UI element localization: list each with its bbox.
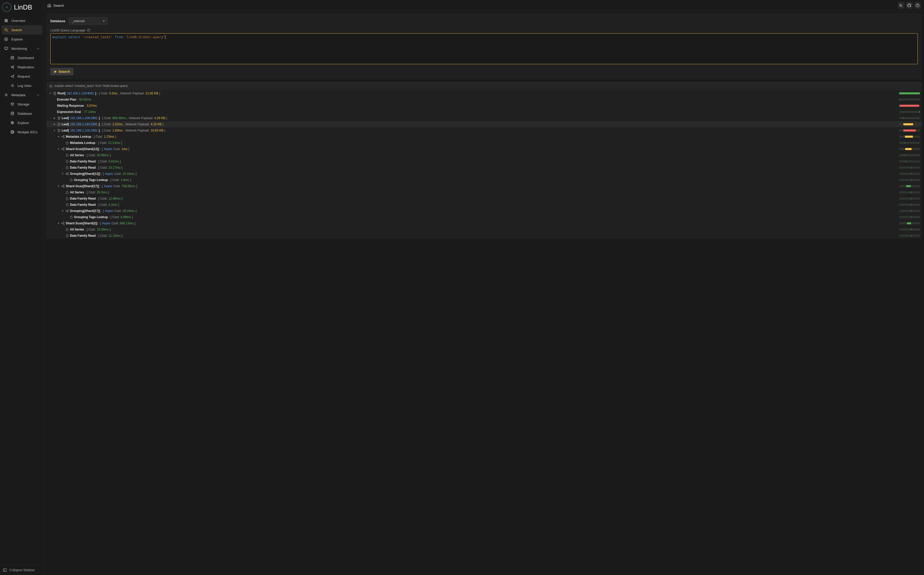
tree-collapse-icon[interactable]: ▼: [53, 128, 56, 133]
svg-point-51: [64, 149, 65, 151]
tree-row[interactable]: All Series: [ Cost: 15.09mu ]: [46, 226, 922, 233]
tree-row[interactable]: Data Family Read: [ Cost: 12.99mu ]: [46, 195, 922, 202]
sidebar-item-monitoring[interactable]: Monitoring: [2, 44, 42, 53]
tree-row[interactable]: Metadata Lookup: [ Cost: 21.13mu ]: [46, 140, 922, 146]
timing-bar: [899, 142, 920, 144]
timing-bar: [899, 117, 920, 119]
tree-collapse-icon[interactable]: ▼: [61, 208, 64, 213]
tree-row[interactable]: ▼Grouping[Shard(17)]: [ Async Cost: 28.2…: [46, 208, 922, 214]
svg-rect-3: [5, 21, 6, 22]
sidebar-item-explore[interactable]: Explore: [2, 35, 42, 44]
search-button-label: Search: [59, 70, 70, 73]
collapse-sidebar-button[interactable]: Collapse Sidebar: [0, 565, 44, 575]
sidebar-item-explore[interactable]: Explore: [2, 118, 42, 127]
tree-row[interactable]: Data Family Read: [ Cost: 4.1mu ]: [46, 202, 922, 208]
sidebar-item-request[interactable]: Request: [2, 71, 42, 81]
tree-row[interactable]: ▼Shard Scan[Shard(2)]: [ Async Cost: 646…: [46, 220, 922, 226]
collapse-icon: [3, 568, 7, 572]
sidebar-item-dashboard[interactable]: Dashboard: [2, 53, 42, 62]
svg-point-16: [13, 68, 14, 68]
tree-collapse-icon[interactable]: ▼: [49, 91, 52, 96]
timing-bar: [899, 123, 920, 125]
tree-row[interactable]: Expression Eval: 77.14mu: [46, 109, 922, 115]
timing-bar: [899, 136, 920, 138]
tree-row[interactable]: Grouping Tags Lookup: [ Cost: 6.69mu ]: [46, 214, 922, 220]
svg-point-5: [5, 29, 7, 31]
query-editor[interactable]: explain select 'created_tasks' from 'lin…: [50, 33, 918, 64]
home-icon[interactable]: [47, 3, 51, 8]
sidebar-item-label: Explore: [17, 121, 29, 125]
svg-line-17: [12, 66, 13, 67]
help-icon[interactable]: [87, 29, 90, 32]
sidebar-item-multiple-idcs[interactable]: Multiple IDCs: [2, 127, 42, 137]
brand-text: LinDB: [14, 3, 32, 11]
tree-row[interactable]: Execute Plan : 50.92mu: [46, 97, 922, 103]
tree-collapse-icon[interactable]: ▼: [61, 171, 64, 176]
tree-expand-icon[interactable]: ▶: [53, 116, 56, 121]
tree-row[interactable]: Data Family Read: [ Cost: 10.27mu ]: [46, 165, 922, 171]
tree-row[interactable]: ▼Root[192.168.1.218:9001]: [ Cost: 3.2ms…: [46, 90, 922, 97]
tree-row[interactable]: ▼Shard Scan[Shard(12)]: [ Async Cost: 1m…: [46, 146, 922, 152]
tree-expand-icon[interactable]: ▶: [53, 122, 56, 127]
svg-line-52: [62, 148, 64, 149]
svg-line-96: [62, 222, 64, 223]
tree-collapse-icon[interactable]: ▼: [57, 134, 60, 139]
monitor-icon: [4, 46, 8, 51]
sidebar-item-label: Multiple IDCs: [17, 130, 37, 134]
search-button[interactable]: Search: [50, 68, 73, 75]
sidebar-item-storage[interactable]: Storage: [2, 100, 42, 109]
svg-point-41: [62, 136, 63, 137]
tree-row[interactable]: Data Family Read: [ Cost: 5.81mu ]: [46, 158, 922, 165]
share-icon: [10, 65, 14, 69]
tree-row[interactable]: ▼Shard Scan[Shard(17)]: [ Async Cost: 70…: [46, 183, 922, 189]
tree-row[interactable]: Data Family Read: [ Cost: 11.15mu ]: [46, 233, 922, 239]
timing-bar: [899, 179, 920, 181]
svg-point-86: [68, 210, 68, 211]
svg-point-94: [64, 222, 65, 223]
help-button[interactable]: [914, 2, 921, 9]
tree-row[interactable]: All Series: [ Cost: 30.98mu ]: [46, 152, 922, 158]
target-icon: [10, 121, 14, 125]
tree-row[interactable]: ▼Grouping[Shard(12)]: [ Async Cost: 15.1…: [46, 171, 922, 177]
timing-bar: [899, 111, 920, 113]
timing-bar: [899, 197, 920, 200]
svg-line-75: [62, 186, 64, 187]
tree-row[interactable]: ▶Leaf[192.168.1.144:2891]: [ Cost: 1.52m…: [46, 121, 922, 127]
tree-row[interactable]: ▶Leaf[192.168.1.108:2891]: [ Cost: 669.4…: [46, 115, 922, 121]
svg-point-39: [58, 123, 60, 124]
tree-collapse-icon[interactable]: ▼: [57, 221, 60, 226]
sidebar-item-metadata[interactable]: Metadata: [2, 90, 42, 100]
timing-bar: [899, 185, 920, 187]
timing-bar: [899, 191, 920, 194]
tree-row[interactable]: ▼Metadata Lookup: [ Cost: 1.23ms ]: [46, 133, 922, 140]
database-select[interactable]: _internal: [69, 17, 108, 25]
sidebar-item-search[interactable]: Search: [2, 25, 42, 35]
db-icon: [57, 129, 60, 132]
svg-rect-33: [3, 569, 6, 572]
tree-collapse-icon[interactable]: ▼: [57, 184, 60, 189]
svg-point-85: [66, 210, 67, 211]
compass-icon: [4, 37, 8, 41]
tree-row[interactable]: Waiting Response: 3.07ms: [46, 103, 922, 109]
tree-collapse-icon[interactable]: ▼: [57, 146, 60, 152]
timing-bar: [899, 167, 920, 168]
chart-icon: [50, 84, 53, 87]
tree-row[interactable]: ▼Leaf[192.168.1.218:2891]: [ Cost: 1.93m…: [46, 127, 922, 133]
chevron-down-icon: [37, 47, 40, 50]
sidebar-item-database[interactable]: Database: [2, 109, 42, 118]
svg-line-89: [67, 211, 68, 212]
github-button[interactable]: [906, 2, 913, 9]
sidebar-item-replication[interactable]: Replication: [2, 62, 42, 71]
svg-rect-1: [5, 19, 6, 21]
sidebar: LinDB OverviewSearchExploreMonitoringDas…: [0, 0, 44, 575]
sidebar-item-log-view[interactable]: Log View: [2, 81, 42, 90]
svg-point-64: [68, 173, 68, 173]
sidebar-item-overview[interactable]: Overview: [2, 16, 42, 25]
theme-toggle-button[interactable]: [898, 2, 904, 9]
tree-row[interactable]: All Series: [ Cost: 35.3mu ]: [46, 189, 922, 195]
tree-row[interactable]: Grouping Tags Lookup: [ Cost: 2.8mu ]: [46, 177, 922, 183]
brand: LinDB: [0, 0, 44, 14]
svg-point-71: [62, 186, 63, 187]
result-header: explain select 'created_tasks' from 'lin…: [46, 81, 922, 90]
database-value: _internal: [72, 19, 84, 23]
